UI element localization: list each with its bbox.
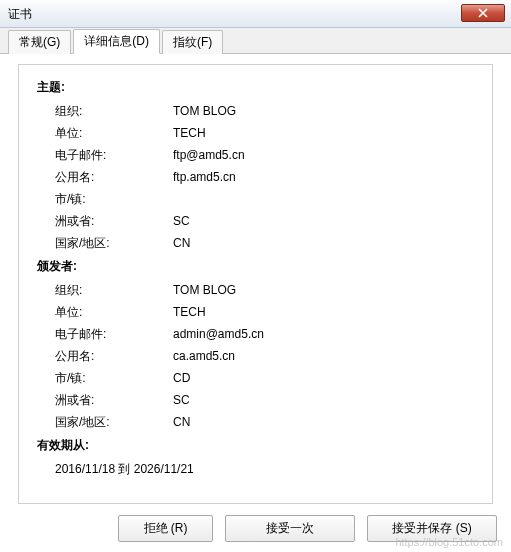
issuer-country-row: 国家/地区: CN	[37, 411, 474, 433]
window-title: 证书	[8, 7, 32, 21]
issuer-org-label: 组织:	[55, 281, 173, 299]
subject-city-row: 市/镇:	[37, 188, 474, 210]
issuer-org-value: TOM BLOG	[173, 281, 474, 299]
subject-country-label: 国家/地区:	[55, 234, 173, 252]
validity-heading: 有效期从:	[37, 437, 474, 454]
issuer-city-value: CD	[173, 369, 474, 387]
subject-email-value: ftp@amd5.cn	[173, 146, 474, 164]
issuer-city-label: 市/镇:	[55, 369, 173, 387]
subject-cn-value: ftp.amd5.cn	[173, 168, 474, 186]
subject-unit-row: 单位: TECH	[37, 122, 474, 144]
issuer-city-row: 市/镇: CD	[37, 367, 474, 389]
reject-button[interactable]: 拒绝 (R)	[118, 515, 213, 542]
issuer-unit-value: TECH	[173, 303, 474, 321]
issuer-country-value: CN	[173, 413, 474, 431]
issuer-unit-label: 单位:	[55, 303, 173, 321]
issuer-state-value: SC	[173, 391, 474, 409]
subject-unit-value: TECH	[173, 124, 474, 142]
subject-state-label: 洲或省:	[55, 212, 173, 230]
subject-org-value: TOM BLOG	[173, 102, 474, 120]
issuer-country-label: 国家/地区:	[55, 413, 173, 431]
subject-org-label: 组织:	[55, 102, 173, 120]
subject-email-label: 电子邮件:	[55, 146, 173, 164]
issuer-org-row: 组织: TOM BLOG	[37, 279, 474, 301]
tab-fingerprint[interactable]: 指纹(F)	[162, 30, 223, 54]
subject-unit-label: 单位:	[55, 124, 173, 142]
subject-country-row: 国家/地区: CN	[37, 232, 474, 254]
tab-details[interactable]: 详细信息(D)	[73, 29, 160, 54]
tab-general[interactable]: 常规(G)	[8, 30, 71, 54]
subject-country-value: CN	[173, 234, 474, 252]
accept-save-button[interactable]: 接受并保存 (S)	[367, 515, 497, 542]
accept-once-button[interactable]: 接受一次	[225, 515, 355, 542]
issuer-state-label: 洲或省:	[55, 391, 173, 409]
issuer-state-row: 洲或省: SC	[37, 389, 474, 411]
close-icon	[478, 8, 488, 18]
validity-range: 2016/11/18 到 2026/11/21	[37, 458, 474, 480]
subject-city-label: 市/镇:	[55, 190, 173, 208]
window-titlebar: 证书	[0, 0, 511, 28]
issuer-email-value: admin@amd5.cn	[173, 325, 474, 343]
subject-cn-row: 公用名: ftp.amd5.cn	[37, 166, 474, 188]
issuer-heading: 颁发者:	[37, 258, 474, 275]
issuer-unit-row: 单位: TECH	[37, 301, 474, 323]
dialog-footer: 拒绝 (R) 接受一次 接受并保存 (S)	[118, 515, 497, 542]
subject-state-value: SC	[173, 212, 474, 230]
issuer-cn-row: 公用名: ca.amd5.cn	[37, 345, 474, 367]
subject-email-row: 电子邮件: ftp@amd5.cn	[37, 144, 474, 166]
details-panel: 主题: 组织: TOM BLOG 单位: TECH 电子邮件: ftp@amd5…	[18, 64, 493, 504]
tab-bar: 常规(G) 详细信息(D) 指纹(F)	[0, 28, 511, 54]
close-button[interactable]	[461, 4, 505, 22]
subject-org-row: 组织: TOM BLOG	[37, 100, 474, 122]
subject-heading: 主题:	[37, 79, 474, 96]
issuer-cn-value: ca.amd5.cn	[173, 347, 474, 365]
issuer-email-label: 电子邮件:	[55, 325, 173, 343]
subject-city-value	[173, 190, 474, 208]
issuer-cn-label: 公用名:	[55, 347, 173, 365]
subject-state-row: 洲或省: SC	[37, 210, 474, 232]
subject-cn-label: 公用名:	[55, 168, 173, 186]
issuer-email-row: 电子邮件: admin@amd5.cn	[37, 323, 474, 345]
